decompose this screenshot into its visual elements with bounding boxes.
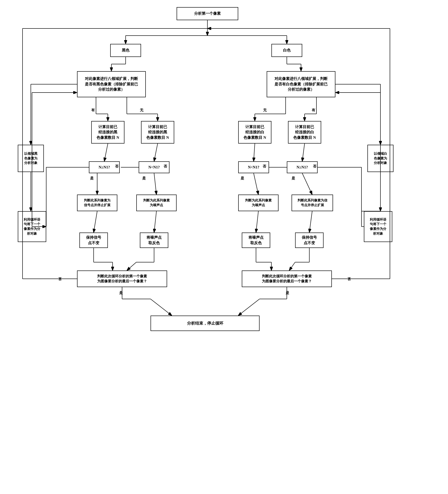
svg-line-32 bbox=[154, 173, 156, 195]
label-yes-n1-right-black: 是 bbox=[142, 176, 146, 181]
noise-black-box: 判断为此系列像素 为噪声点 bbox=[136, 195, 177, 211]
expand-white-box: 对此像素进行八领域扩展，判断 是否有白色像素（排除扩展前已 分析过的像素） bbox=[267, 71, 335, 97]
last-pixel-left-box: 判断此次循环分析的第一个像素 为图像要分析的最后一个像素？ bbox=[77, 271, 167, 287]
invert-noise-white-box: 将噪声点 取反色 bbox=[242, 233, 270, 248]
label-no-black: 无 bbox=[140, 108, 143, 112]
neighbor-black-box: 以领域黑 色像素为 分析对象 bbox=[18, 145, 44, 172]
signal-black-box: 判断此系列像素为 信号点并停止扩展 bbox=[77, 195, 117, 211]
flowchart: 分析第一个像素 黑色 白色 对此像素进行八领域扩展，判断 是否有黑色像素（排除扩… bbox=[11, 5, 437, 489]
label-yes-last-right: 是 bbox=[286, 291, 289, 295]
count-black-left-box: 计算目前已 经连接的黑 色像素数目 N bbox=[91, 121, 124, 144]
keep-signal-black-box: 保持信号 点不变 bbox=[79, 233, 108, 248]
loop-left-box: 利用循环语 句将下一个 像素作为分 析对象 bbox=[18, 211, 46, 242]
expand-black-box: 对此像素进行八领域扩展，判断 是否有黑色像素（排除扩展前已 分析过的像素） bbox=[77, 71, 146, 97]
loop-right-box: 利用循环语 句将下一个 像素作为分 析对象 bbox=[364, 211, 392, 242]
label-yes-last-left: 是 bbox=[119, 291, 123, 295]
label-yes-white: 有 bbox=[312, 108, 315, 112]
count-white-left-box: 计算目前已 经连接的白 色像素数目 N bbox=[238, 121, 271, 144]
svg-line-57 bbox=[289, 262, 295, 271]
svg-line-23 bbox=[104, 144, 108, 161]
end-box: 分析结束，停止循环 bbox=[151, 316, 259, 331]
flow-arrows bbox=[11, 5, 437, 489]
svg-line-51 bbox=[127, 262, 136, 271]
white-box: 白色 bbox=[271, 44, 302, 57]
label-no-n1-white-left: 否 bbox=[263, 164, 266, 169]
svg-line-35 bbox=[254, 173, 258, 195]
svg-line-38 bbox=[302, 173, 312, 195]
label-yes-n1-white-left: 是 bbox=[241, 176, 244, 181]
keep-signal-white-box: 保持信号 点不变 bbox=[295, 233, 324, 248]
label-no-n1-white-right: 否 bbox=[313, 164, 317, 169]
svg-line-42 bbox=[94, 211, 97, 233]
svg-line-63 bbox=[238, 299, 259, 316]
label-no-last-right: 否 bbox=[347, 277, 351, 281]
signal-white-box: 判断此系列像素为信 号点并停止扩展 bbox=[292, 195, 333, 211]
svg-line-43 bbox=[154, 211, 156, 233]
label-yes-n1-white-right: 是 bbox=[292, 176, 295, 181]
svg-line-44 bbox=[256, 211, 258, 233]
svg-line-25 bbox=[254, 144, 255, 161]
label-has-black: 有 bbox=[91, 108, 95, 112]
label-no-n1-left: 否 bbox=[115, 164, 118, 169]
count-black-right-box: 计算目前已 经连接的黑 色像素数目 N bbox=[141, 121, 174, 144]
svg-line-24 bbox=[154, 144, 158, 161]
label-no-n1-right-black: 否 bbox=[164, 164, 167, 169]
svg-line-45 bbox=[309, 211, 312, 233]
neighbor-white-box: 以领域白 色像素为 分析对象 bbox=[367, 145, 393, 172]
label-no-last-left: 否 bbox=[58, 277, 62, 281]
last-pixel-right-box: 判断此次循环分析的第一个像素 为图像要分析的最后一个像素？ bbox=[242, 271, 332, 287]
svg-line-60 bbox=[151, 299, 172, 316]
black-box: 黑色 bbox=[110, 44, 141, 57]
start-box: 分析第一个像素 bbox=[177, 7, 238, 20]
label-has-white: 无 bbox=[263, 108, 267, 112]
count-white-right-box: 计算目前已 经连接的白 色像素数目 N bbox=[288, 121, 321, 144]
noise-white-box: 判断为此系列像素 为噪声点 bbox=[238, 195, 279, 211]
invert-noise-black-box: 将噪声点 取反色 bbox=[140, 233, 168, 248]
svg-line-26 bbox=[302, 144, 305, 161]
label-yes-n1-left: 是 bbox=[90, 176, 94, 181]
